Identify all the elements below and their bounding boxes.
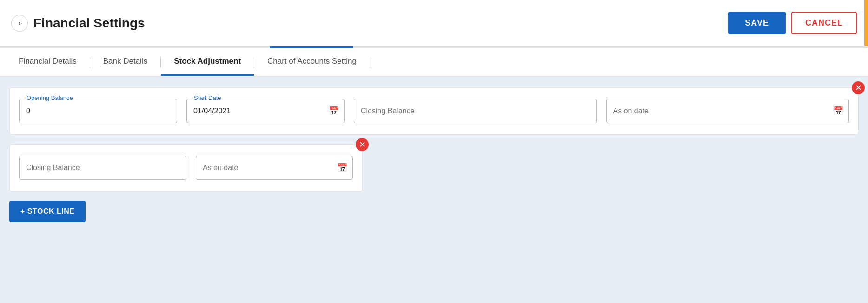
closing-balance-input-2[interactable] (19, 156, 186, 180)
opening-balance-input[interactable] (19, 99, 177, 123)
start-date-input[interactable] (186, 99, 345, 123)
page-title: Financial Settings (33, 16, 145, 31)
main-content: ✕ Opening Balance Start Date 📅 📅 (0, 76, 868, 299)
opening-balance-field: Opening Balance (19, 99, 177, 123)
as-on-date-field-2: 📅 (196, 156, 353, 180)
closing-balance-field-1 (354, 99, 597, 123)
as-on-date-input-1[interactable] (606, 99, 849, 123)
tab-financial-details[interactable]: Financial Details (6, 48, 90, 76)
as-on-date-field-1: 📅 (606, 99, 849, 123)
as-on-date-input-2[interactable] (196, 156, 353, 180)
close-card-1-button[interactable]: ✕ (852, 81, 865, 94)
right-accent (864, 0, 868, 46)
save-button[interactable]: SAVE (728, 12, 786, 34)
start-date-field: Start Date 📅 (186, 99, 345, 123)
add-stock-line-button[interactable]: + STOCK LINE (9, 201, 86, 222)
opening-balance-label: Opening Balance (25, 94, 75, 101)
card-1: ✕ Opening Balance Start Date 📅 📅 (9, 87, 859, 135)
tabs-bar: Financial Details Bank Details Stock Adj… (0, 48, 868, 76)
header: ‹ Financial Settings SAVE CANCEL (0, 0, 868, 46)
tab-bank-details[interactable]: Bank Details (90, 48, 160, 76)
card-2: ✕ 📅 (9, 144, 363, 191)
tab-divider-4 (370, 57, 370, 68)
back-button[interactable]: ‹ (11, 15, 28, 32)
card-1-row: Opening Balance Start Date 📅 📅 (19, 99, 849, 123)
closing-balance-input-1[interactable] (354, 99, 597, 123)
start-date-label: Start Date (192, 94, 223, 101)
tab-stock-adjustment[interactable]: Stock Adjustment (161, 48, 254, 76)
closing-balance-field-2 (19, 156, 186, 180)
card-2-row: 📅 (19, 156, 353, 180)
close-card-2-button[interactable]: ✕ (356, 138, 369, 151)
header-left: ‹ Financial Settings (11, 15, 145, 32)
cancel-button[interactable]: CANCEL (791, 12, 857, 34)
tab-chart-of-accounts[interactable]: Chart of Accounts Setting (254, 48, 370, 76)
header-right: SAVE CANCEL (728, 12, 857, 34)
